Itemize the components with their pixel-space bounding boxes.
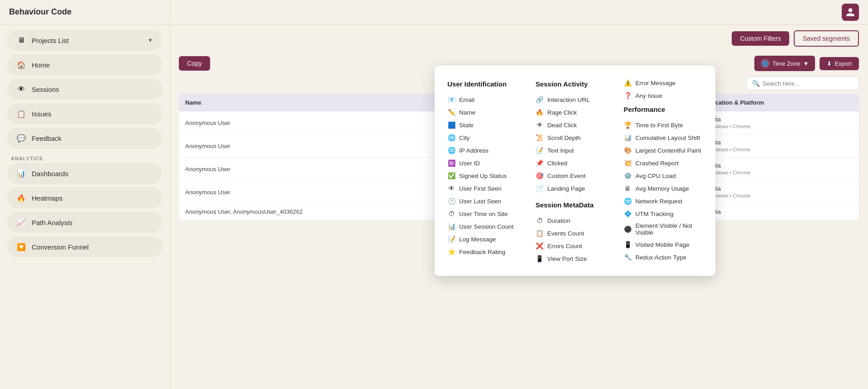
heatmaps-icon: 🔥 [16, 193, 26, 203]
dropdown-item-time-to-first-byte[interactable]: 🏆Time to First Byte [623, 119, 703, 131]
dropdown-item-icon: 🎨 [623, 146, 632, 154]
session-metadata-title: Session MetaData [536, 201, 615, 209]
dropdown-item-user-id[interactable]: 🆔User ID [447, 157, 527, 169]
dropdown-item-label: Network Request [635, 198, 682, 205]
dropdown-item-name[interactable]: ✏️Name [447, 106, 527, 119]
dropdown-item-avg-memory-usage[interactable]: 🖥Avg Memory Usage [623, 182, 703, 195]
dropdown-item-label: Email [459, 96, 475, 103]
dropdown-item-icon: 🏆 [623, 121, 632, 129]
dropdown-item-network-request[interactable]: 🌐Network Request [623, 195, 703, 207]
dropdown-item-icon: ❌ [536, 242, 544, 250]
dropdown-item-label: IP Address [459, 147, 489, 154]
dropdown-item-signed-up-status[interactable]: ✅Signed Up Status [447, 169, 527, 182]
path-analysis-icon: 📈 [16, 217, 26, 227]
dropdown-item-icon: 📋 [536, 229, 544, 237]
dropdown-item-dead-click[interactable]: 👁Dead Click [536, 119, 615, 131]
dropdown-item-any-issue[interactable]: ❓Any Issue [623, 89, 703, 102]
dropdown-item-error-message[interactable]: ⚠️Error Message [623, 77, 703, 89]
cell-location: India [701, 204, 858, 220]
performance-title: Performance [623, 106, 703, 113]
dropdown-item-rage-click[interactable]: 🔥Rage Click [536, 106, 615, 119]
issues-icon: 📋 [16, 109, 26, 119]
sidebar-item-dashboards[interactable]: 📊 Dashboards [7, 163, 162, 184]
copy-button[interactable]: Copy [179, 56, 210, 71]
dropdown-item-crashed-report[interactable]: 💥Crashed Report [623, 157, 703, 169]
dropdown-item-duration[interactable]: ⏱Duration [536, 214, 615, 227]
col1-items-container: 📧Email✏️Name🟦State🌐City🌐IP Address🆔User … [447, 93, 527, 258]
dropdown-item-ip-address[interactable]: 🌐IP Address [447, 144, 527, 157]
sidebar-item-feedback[interactable]: 💬 Feedback [7, 128, 162, 149]
cell-name: Anonymous User [179, 111, 475, 134]
dropdown-item-events-count[interactable]: 📋Events Count [536, 227, 615, 240]
dropdown-item-scroll-depth[interactable]: 📜Scroll Depth [536, 131, 615, 144]
dropdown-item-user-session-count[interactable]: 📊User Session Count [447, 220, 527, 233]
dropdown-item-custom-event[interactable]: 🎯Custom Event [536, 169, 615, 182]
user-avatar-button[interactable] [842, 4, 859, 21]
dropdown-item-view-port-size[interactable]: 📱View Port Size [536, 252, 615, 265]
dropdown-item-utm-tracking[interactable]: 💠UTM Tracking [623, 207, 703, 220]
sidebar-item-issues-label: Issues [32, 110, 153, 118]
cell-name: Anonymous User [179, 134, 475, 158]
dropdown-item-email[interactable]: 📧Email [447, 93, 527, 106]
sidebar-item-heatmaps[interactable]: 🔥 Heatmaps [7, 187, 162, 208]
dropdown-item-label: UTM Tracking [635, 211, 673, 217]
dropdown-item-label: Avg CPU Load [635, 173, 676, 179]
dropdown-item-visited-mobile-page[interactable]: 📱Visited Mobile Page [623, 238, 703, 251]
sidebar-item-sessions[interactable]: 👁 Sessions [7, 79, 162, 100]
sidebar-item-conversion-funnel[interactable]: 🔽 Conversion Funnel [7, 236, 162, 257]
dropdown-item-icon: 🔗 [536, 96, 544, 104]
cell-name: Anonymous User [179, 158, 475, 181]
dropdown-item-user-last-seen[interactable]: 🕐User Last Seen [447, 195, 527, 207]
dropdown-item-element-visible-/-not-visible[interactable]: ⚫Element Visible / Not Visible [623, 220, 703, 238]
saved-segments-button[interactable]: Saved segments [794, 30, 859, 47]
dropdown-item-label: Signed Up Status [459, 173, 507, 179]
dropdown-item-user-time-on-site[interactable]: ⏱User Time on Site [447, 207, 527, 220]
dropdown-item-feedback-rating[interactable]: ⭐Feedback Rating [447, 245, 527, 258]
dropdown-item-icon: 🎯 [536, 172, 544, 180]
dropdown-item-icon: ⚙️ [623, 172, 632, 180]
dropdown-item-text-input[interactable]: 📝Text Input [536, 144, 615, 157]
sidebar-item-home-label: Home [32, 61, 153, 69]
sidebar-item-path-analysis[interactable]: 📈 Path Analysis [7, 212, 162, 233]
dropdown-item-redux-action-type[interactable]: 🔧Redux Action Type [623, 251, 703, 264]
dropdown-item-label: Scroll Depth [547, 134, 581, 141]
dropdown-item-icon: 📱 [623, 240, 632, 249]
sidebar: Behaviour Code 🖥 Projects List ▼ 🏠 Home … [0, 0, 170, 389]
dropdown-item-icon: 🌐 [623, 197, 632, 205]
dropdown-item-clicked[interactable]: 📌Clicked [536, 157, 615, 169]
sidebar-item-dashboards-label: Dashboards [32, 170, 153, 178]
dropdown-item-interaction-url[interactable]: 🔗Interaction URL [536, 93, 615, 106]
session-activity-title: Session Activity [536, 80, 615, 88]
dropdown-item-label: Redux Action Type [635, 254, 686, 261]
dropdown-item-icon: 🖥 [623, 184, 632, 192]
dropdown-item-icon: ❓ [623, 91, 632, 100]
col-name: Name [179, 94, 475, 111]
user-identification-title: User Identification [447, 80, 527, 88]
export-button[interactable]: ⬇ Export [820, 57, 859, 70]
dropdown-item-city[interactable]: 🌐City [447, 131, 527, 144]
dropdown-item-state[interactable]: 🟦State [447, 119, 527, 131]
sidebar-item-projects-list[interactable]: 🖥 Projects List ▼ [7, 30, 162, 51]
sidebar-item-home[interactable]: 🏠 Home [7, 54, 162, 75]
timezone-button[interactable]: 🌐 Time Zone ▼ [754, 56, 815, 71]
dropdown-item-icon: 🌐 [447, 134, 456, 142]
dropdown-item-icon: 🆔 [447, 159, 456, 167]
dropdown-item-label: Text Input [547, 147, 574, 154]
dropdown-item-icon: 🔧 [623, 253, 632, 261]
dropdown-item-user-first-seen[interactable]: 👁User First Seen [447, 182, 527, 195]
dropdown-item-largest-contentful-paint[interactable]: 🎨Largest Contentful Paint [623, 144, 703, 157]
analytics-section-label: ANALYTICS [7, 152, 162, 163]
dropdown-item-log-message[interactable]: 📝Log Message [447, 233, 527, 245]
search-input[interactable] [762, 80, 853, 87]
dropdown-item-errors-count[interactable]: ❌Errors Count [536, 240, 615, 252]
dropdown-item-label: Rage Click [547, 109, 577, 116]
filter-dropdown: User Identification 📧Email✏️Name🟦State🌐C… [435, 66, 715, 276]
dropdown-item-avg-cpu-load[interactable]: ⚙️Avg CPU Load [623, 169, 703, 182]
projects-list-icon: 🖥 [16, 35, 26, 45]
sidebar-item-issues[interactable]: 📋 Issues [7, 103, 162, 124]
dropdown-item-cumulative-layout-shift[interactable]: 📊Cumulative Layout Shift [623, 131, 703, 144]
dropdown-item-label: Clicked [547, 160, 567, 167]
dropdown-item-label: View Port Size [547, 255, 587, 262]
dropdown-item-landing-page[interactable]: 📄Landing Page [536, 182, 615, 195]
custom-filters-button[interactable]: Custom Filters [732, 31, 789, 46]
